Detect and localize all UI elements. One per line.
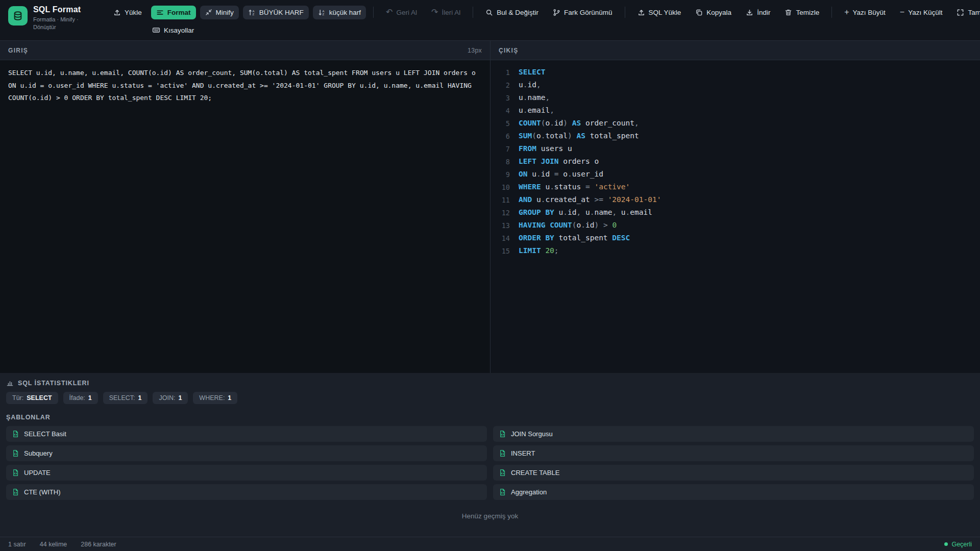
code-text: AND u.created_at >= '2024-01-01' — [510, 193, 661, 206]
code-line: 8LEFT JOIN orders o — [491, 155, 980, 168]
stat-badge: Tür:SELECT — [6, 392, 58, 404]
templates-header: ŞABLONLAR — [6, 414, 974, 421]
minify-button[interactable]: Minify — [200, 6, 239, 19]
code-text: HAVING COUNT(o.id) > 0 — [510, 219, 617, 232]
input-panel-header: GIRIŞ 13px — [0, 41, 490, 60]
svg-text:A: A — [322, 9, 324, 12]
format-lines-icon — [156, 9, 164, 16]
load-sql-button[interactable]: SQL Yükle — [632, 6, 687, 19]
input-editor-area: SELECT u.id, u.name, u.email, COUNT(o.id… — [0, 60, 490, 373]
code-line: 9ON u.id = o.user_id — [491, 168, 980, 181]
template-button[interactable]: Aggregation — [493, 484, 974, 500]
code-line: 1SELECT — [491, 66, 980, 79]
template-button[interactable]: JOIN Sorgusu — [493, 426, 974, 442]
font-increase-button[interactable]: + Yazı Büyüt — [839, 5, 891, 19]
status-dot — [944, 542, 948, 546]
line-number: 15 — [491, 244, 510, 257]
input-panel: GIRIŞ 13px SELECT u.id, u.name, u.email,… — [0, 41, 490, 373]
template-button[interactable]: UPDATE — [6, 465, 487, 481]
svg-text:Z: Z — [252, 13, 254, 16]
code-line: 4u.email, — [491, 104, 980, 117]
stats-title: SQL İSTATISTIKLERI — [18, 380, 89, 387]
download-button[interactable]: İndir — [741, 6, 775, 19]
template-button[interactable]: Subquery — [6, 445, 487, 461]
template-button[interactable]: INSERT — [493, 445, 974, 461]
template-label: Aggregation — [511, 488, 547, 496]
app-title: SQL Format — [33, 5, 94, 14]
sort-az-down-icon: AZ — [318, 9, 326, 16]
shortcuts-button[interactable]: Kısayollar — [147, 23, 199, 37]
sql-file-icon — [12, 430, 19, 438]
line-count: 1 satır — [8, 541, 26, 548]
code-line: 15LIMIT 20; — [491, 244, 980, 257]
find-replace-button[interactable]: Bul & Değiştir — [480, 6, 544, 19]
sql-file-icon — [499, 488, 506, 496]
code-line: 11AND u.created_at >= '2024-01-01' — [491, 193, 980, 206]
stat-badge: SELECT:1 — [103, 392, 148, 404]
code-text: LIMIT 20; — [510, 244, 559, 257]
upload-button[interactable]: Yükle — [108, 6, 147, 19]
diff-view-button[interactable]: Fark Görünümü — [548, 6, 618, 19]
fullscreen-icon — [957, 9, 964, 16]
template-button[interactable]: CTE (WITH) — [6, 484, 487, 500]
code-text: u.email, — [510, 104, 554, 117]
code-text: GROUP BY u.id, u.name, u.email — [510, 206, 652, 219]
sql-file-icon — [499, 449, 506, 457]
line-number: 2 — [491, 79, 510, 91]
stat-badge-value: 1 — [138, 394, 142, 402]
status-label: Geçerli — [951, 541, 972, 548]
stat-badge-value: 1 — [178, 394, 182, 402]
line-number: 14 — [491, 232, 510, 244]
toolbar: Yükle Format Minify AZ BÜYÜK HARF AZ küç… — [108, 5, 980, 37]
uppercase-button[interactable]: AZ BÜYÜK HARF — [243, 6, 309, 19]
output-panel: ÇIKIŞ 1SELECT2u.id,3u.name,4u.email,5COU… — [490, 41, 980, 373]
bar-chart-icon — [6, 379, 14, 387]
templates-grid: SELECT BasitJOIN SorgusuSubqueryINSERTUP… — [6, 426, 974, 500]
download-icon — [746, 9, 753, 16]
template-button[interactable]: CREATE TABLE — [493, 465, 974, 481]
editor-split: GIRIŞ 13px SELECT u.id, u.name, u.email,… — [0, 40, 980, 373]
line-number: 9 — [491, 168, 510, 181]
undo-button[interactable]: ↶ Geri Al — [381, 5, 422, 19]
sql-file-icon — [12, 469, 19, 477]
upload-icon — [113, 9, 121, 16]
lowercase-button[interactable]: AZ küçük harf — [313, 6, 366, 19]
code-text: LEFT JOIN orders o — [510, 155, 599, 168]
line-number: 12 — [491, 206, 510, 219]
fullscreen-button[interactable]: Tam Ekran — [951, 6, 980, 19]
template-label: Subquery — [24, 449, 53, 457]
line-number: 1 — [491, 66, 510, 79]
char-count: 286 karakter — [81, 541, 116, 548]
line-number: 3 — [491, 91, 510, 104]
code-line: 5COUNT(o.id) AS order_count, — [491, 117, 980, 130]
format-button[interactable]: Format — [151, 6, 196, 19]
copy-button[interactable]: Kopyala — [690, 6, 737, 19]
output-panel-title: ÇIKIŞ — [499, 47, 519, 54]
template-button[interactable]: SELECT Basit — [6, 426, 487, 442]
clear-button[interactable]: Temizle — [779, 6, 824, 19]
stat-badge-label: İfade: — [69, 394, 85, 402]
redo-button[interactable]: ↷ İleri Al — [426, 5, 465, 19]
sql-file-icon — [499, 430, 506, 438]
stat-badge-label: Tür: — [12, 394, 23, 402]
template-label: INSERT — [511, 449, 535, 457]
stat-badge-label: SELECT: — [109, 394, 135, 402]
toolbar-row-1: Yükle Format Minify AZ BÜYÜK HARF AZ küç… — [108, 5, 980, 19]
template-label: UPDATE — [24, 469, 51, 477]
line-number: 6 — [491, 130, 510, 142]
code-line: 10WHERE u.status = 'active' — [491, 181, 980, 193]
app-logo — [8, 6, 28, 26]
stat-badge-value: 1 — [228, 394, 231, 402]
minus-icon: − — [900, 8, 904, 16]
input-panel-title: GIRIŞ — [8, 47, 28, 54]
sql-input-editor[interactable]: SELECT u.id, u.name, u.email, COUNT(o.id… — [0, 60, 490, 373]
app-header: SQL Format Formatla · Minify · Dönüştür … — [0, 0, 980, 40]
toolbar-separator — [831, 7, 832, 18]
line-number: 8 — [491, 155, 510, 168]
history-empty-text: Henüz geçmiş yok — [6, 512, 974, 520]
diff-branch-icon — [553, 9, 560, 16]
search-icon — [485, 9, 493, 16]
template-label: JOIN Sorgusu — [511, 430, 553, 438]
font-decrease-button[interactable]: − Yazı Küçült — [895, 5, 948, 19]
keyboard-icon — [152, 26, 160, 34]
